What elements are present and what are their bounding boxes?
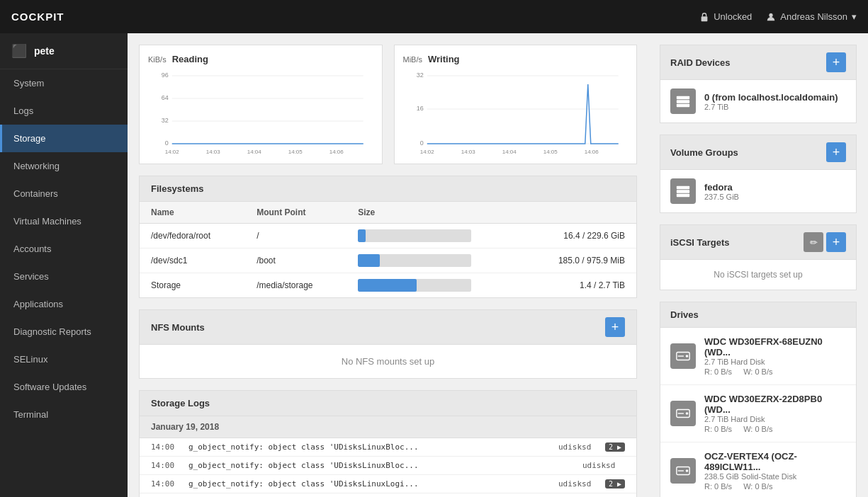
sidebar-item-terminal[interactable]: Terminal <box>0 401 128 428</box>
storage-logs-section: Storage Logs January 19, 2018 14:00 g_ob… <box>139 390 637 497</box>
log-time: 14:00 <box>151 461 183 470</box>
svg-text:14:03: 14:03 <box>206 149 221 155</box>
drive-write: W: 0 B/s <box>743 482 772 491</box>
writing-chart-area: 32 16 0 14:02 14:03 14:04 14:05 14:06 <box>403 70 629 155</box>
charts-row: KiB/s Reading 96 64 32 0 <box>139 45 637 164</box>
reading-chart-area: 96 64 32 0 14:02 14:03 1 <box>148 70 373 155</box>
sidebar-item-applications[interactable]: Applications <box>0 290 128 318</box>
drive-sub: 2.7 TiB Hard Disk <box>704 415 846 423</box>
drive-write: W: 0 B/s <box>743 425 772 433</box>
log-badge: 2 ▶ <box>605 479 625 489</box>
sidebar-host: ⬛ pete <box>0 33 128 69</box>
nfs-mounts-section: NFS Mounts + No NFS mounts set up <box>139 309 637 379</box>
drive-item-text: OCZ-VERTEX4 (OCZ-489ICLW11... 238.5 GiB … <box>704 451 846 491</box>
sidebar-item-containers[interactable]: Containers <box>0 180 128 207</box>
main-content: KiB/s Reading 96 64 32 0 <box>128 33 648 497</box>
drive-sub: 2.7 TiB Hard Disk <box>704 358 846 366</box>
log-time: 14:00 <box>151 442 183 452</box>
svg-text:14:03: 14:03 <box>461 149 475 155</box>
sidebar-item-virtual-machines[interactable]: Virtual Machines <box>0 207 128 235</box>
nfs-header: NFS Mounts + <box>140 310 636 345</box>
log-row: 14:00 g_object_notify: object class 'UDi… <box>140 457 636 475</box>
user-menu[interactable]: Andreas Nilsson ▾ <box>766 11 857 22</box>
vg-item-name: fedora <box>704 182 739 193</box>
sidebar-item-diagnostic-reports[interactable]: Diagnostic Reports <box>0 318 128 345</box>
raid-item[interactable]: 0 (from localhost.localdomain) 2.7 TiB <box>660 80 856 122</box>
drive-item[interactable]: OCZ-VERTEX4 (OCZ-489ICLW11... 238.5 GiB … <box>660 442 856 497</box>
filesystems-section: Filesystems Name Mount Point Size <box>139 176 637 298</box>
vg-item-sub: 237.5 GiB <box>704 193 739 201</box>
svg-text:14:05: 14:05 <box>288 149 303 155</box>
drive-rw: R: 0 B/s W: 0 B/s <box>704 482 846 491</box>
fs-mount: /boot <box>245 248 346 273</box>
raid-devices-section: RAID Devices + 0 (from localhost.localdo… <box>660 45 857 123</box>
vg-item[interactable]: fedora 237.5 GiB <box>660 170 856 212</box>
log-row: 14:00 g_object_notify: object class 'UDi… <box>140 493 636 497</box>
nfs-add-button[interactable]: + <box>605 317 625 337</box>
storage-logs-title: Storage Logs <box>151 398 210 409</box>
svg-text:14:05: 14:05 <box>543 149 558 155</box>
sidebar-item-logs[interactable]: Logs <box>0 97 128 125</box>
drive-read: R: 0 B/s <box>704 425 732 433</box>
iscsi-add-button[interactable]: + <box>826 232 846 252</box>
unlocked-status[interactable]: Unlocked <box>699 11 752 22</box>
fs-mount: / <box>245 224 346 248</box>
app-title: COCKPIT <box>11 11 64 23</box>
fs-name: /dev/fedora/root <box>140 224 245 248</box>
nfs-title: NFS Mounts <box>151 322 205 333</box>
nfs-empty: No NFS mounts set up <box>140 345 636 378</box>
host-name: pete <box>34 45 55 57</box>
reading-chart-header: KiB/s Reading <box>148 54 373 64</box>
iscsi-title: iSCSI Targets <box>670 237 730 248</box>
fs-bar <box>346 273 522 298</box>
fs-size: 185.0 / 975.9 MiB <box>522 248 636 273</box>
iscsi-header: iSCSI Targets ✏ + <box>660 225 856 260</box>
fs-size: 16.4 / 229.6 GiB <box>522 224 636 248</box>
drive-name: WDC WD30EFRX-68EUZN0 (WD... <box>704 336 846 358</box>
writing-unit: MiB/s <box>403 55 423 64</box>
svg-text:0: 0 <box>419 139 423 147</box>
fs-name: /dev/sdc1 <box>140 248 245 273</box>
unlocked-label: Unlocked <box>714 11 752 22</box>
svg-text:14:02: 14:02 <box>419 149 434 155</box>
iscsi-empty: No iSCSI targets set up <box>660 260 856 290</box>
svg-text:96: 96 <box>162 72 169 79</box>
svg-rect-30 <box>677 190 689 193</box>
fs-bar <box>346 224 522 248</box>
writing-title: Writing <box>428 54 460 64</box>
sidebar: ⬛ pete System Logs Storage Networking Co… <box>0 33 128 497</box>
vg-add-button[interactable]: + <box>826 142 846 162</box>
volume-groups-section: Volume Groups + fedora 237.5 GiB <box>660 135 857 213</box>
filesystems-header: Filesystems <box>140 176 636 202</box>
sidebar-item-selinux[interactable]: SELinux <box>0 345 128 373</box>
svg-text:14:02: 14:02 <box>165 149 180 155</box>
sidebar-item-accounts[interactable]: Accounts <box>0 235 128 263</box>
sidebar-item-services[interactable]: Services <box>0 263 128 290</box>
raid-item-text: 0 (from localhost.localdomain) 2.7 TiB <box>704 92 838 111</box>
drive-item[interactable]: WDC WD30EZRX-22D8PB0 (WD... 2.7 TiB Hard… <box>660 385 856 442</box>
sidebar-item-system[interactable]: System <box>0 69 128 97</box>
drive-item-text: WDC WD30EFRX-68EUZN0 (WD... 2.7 TiB Hard… <box>704 336 846 376</box>
storage-logs-header: Storage Logs <box>140 391 636 416</box>
drive-item-text: WDC WD30EZRX-22D8PB0 (WD... 2.7 TiB Hard… <box>704 394 846 433</box>
sidebar-item-networking[interactable]: Networking <box>0 152 128 180</box>
svg-text:32: 32 <box>416 72 423 79</box>
drive-sub: 238.5 GiB Solid-State Disk <box>704 472 846 481</box>
hdd-icon <box>675 406 691 421</box>
raid-title: RAID Devices <box>670 57 731 68</box>
svg-text:14:06: 14:06 <box>329 149 344 155</box>
drive-name: OCZ-VERTEX4 (OCZ-489ICLW11... <box>704 451 846 472</box>
drive-read: R: 0 B/s <box>704 482 732 491</box>
drive-icon <box>670 401 696 426</box>
iscsi-edit-button[interactable]: ✏ <box>804 232 823 252</box>
disk-icon <box>675 93 691 109</box>
sidebar-item-software-updates[interactable]: Software Updates <box>0 373 128 401</box>
drive-rw: R: 0 B/s W: 0 B/s <box>704 425 846 433</box>
drive-item[interactable]: WDC WD30EFRX-68EUZN0 (WD... 2.7 TiB Hard… <box>660 328 856 385</box>
svg-rect-27 <box>677 100 689 103</box>
vg-header: Volume Groups + <box>660 135 856 170</box>
sidebar-item-storage[interactable]: Storage <box>0 125 128 152</box>
svg-text:32: 32 <box>162 117 169 124</box>
raid-add-button[interactable]: + <box>826 52 846 72</box>
log-badge: 2 ▶ <box>605 442 625 452</box>
